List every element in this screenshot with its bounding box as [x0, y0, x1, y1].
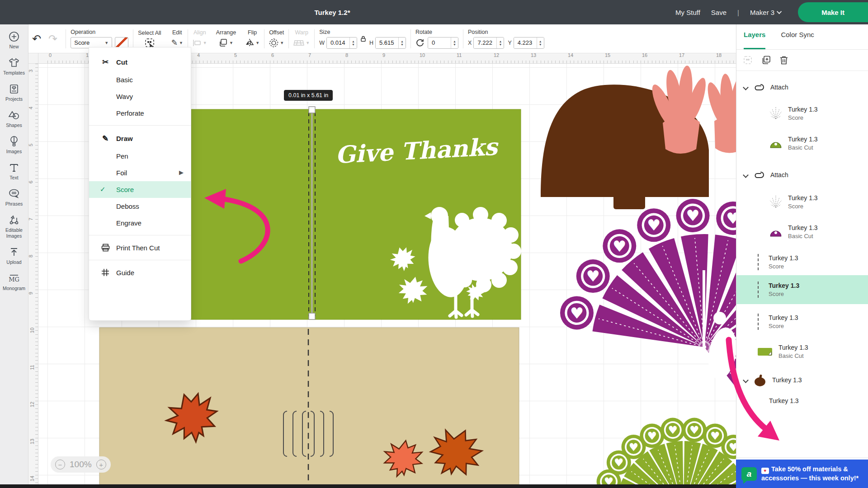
lock-icon[interactable]	[360, 35, 367, 42]
chevron-down-icon[interactable]	[743, 84, 749, 90]
menu-item-engrave[interactable]: Engrave	[89, 215, 191, 231]
menu-item-pen[interactable]: Pen	[89, 148, 191, 164]
arrange-button[interactable]: Arrange ▼	[216, 29, 236, 48]
ruler-number: 7	[28, 218, 33, 221]
zoom-in-button[interactable]: +	[96, 460, 106, 469]
edit-label: Edit	[172, 29, 182, 36]
svg-text:♥: ♥	[613, 237, 626, 255]
trash-icon[interactable]	[779, 55, 788, 65]
sidebar-item-phrases[interactable]: Phrases	[0, 188, 28, 206]
zoom-control[interactable]: − 100% +	[51, 456, 111, 473]
y-stepper[interactable]: ▲▼	[537, 38, 544, 48]
sidebar-item-projects[interactable]: Projects	[0, 83, 28, 102]
layer-group-attach[interactable]: Attach	[736, 166, 868, 184]
layer-title: Turkey 1.3	[788, 224, 818, 232]
menu-item-guide[interactable]: Guide	[89, 264, 191, 281]
arrange-label: Arrange	[216, 29, 236, 36]
layer-group-turkey[interactable]: Turkey 1.3	[736, 370, 868, 390]
tshirt-icon	[8, 57, 20, 69]
zoom-out-button[interactable]: −	[55, 460, 65, 469]
machine-selector[interactable]: Maker 3	[750, 9, 782, 16]
menu-item-cut[interactable]: ✂ Cut	[89, 53, 191, 71]
redo-button[interactable]: ↷	[48, 33, 57, 44]
layer-row[interactable]: Turkey 1.3Basic Cut	[736, 129, 868, 158]
align-button: Align ▼	[193, 29, 207, 48]
operation-value: Score	[74, 39, 90, 46]
sidebar-item-editable-images[interactable]: Editable Images	[0, 214, 28, 238]
promo-banner[interactable]: a ♥Take 50% off materials & accessories …	[736, 460, 868, 488]
layer-group-attach[interactable]: Attach	[736, 78, 868, 96]
align-icon	[193, 39, 202, 47]
svg-text:♥: ♥	[726, 209, 736, 227]
sidebar-item-text[interactable]: Text	[0, 162, 28, 180]
sidebar-label: Projects	[5, 96, 23, 102]
layer-title: Turkey 1.3	[769, 282, 799, 290]
menu-item-print-then-cut[interactable]: Print Then Cut	[89, 239, 191, 256]
sidebar-label: Upload	[6, 259, 21, 265]
svg-text:♥: ♥	[614, 456, 624, 469]
save-link[interactable]: Save	[711, 9, 726, 16]
width-input[interactable]	[327, 38, 349, 48]
layer-row[interactable]: Turkey 1.3Basic Cut	[736, 338, 868, 366]
sidebar-item-templates[interactable]: Templates	[0, 57, 28, 75]
menu-item-basic[interactable]: Basic	[89, 71, 191, 88]
layer-title: Turkey 1.3	[769, 254, 798, 263]
tan-card	[99, 328, 519, 484]
layer-row[interactable]: Turkey 1.3Score	[736, 248, 868, 276]
y-input[interactable]	[514, 38, 537, 48]
menu-item-foil[interactable]: Foil ▶	[89, 164, 191, 181]
sidebar-item-new[interactable]: New	[0, 31, 28, 49]
sidebar-item-shapes[interactable]: Shapes	[0, 109, 28, 128]
ruler-number: 10	[29, 328, 35, 333]
shapes-icon	[8, 109, 20, 121]
sidebar-item-upload[interactable]: Upload	[0, 246, 28, 265]
edit-button[interactable]: Edit ✎▼	[171, 29, 183, 48]
height-stepper[interactable]: ▲▼	[398, 38, 406, 48]
heart-icon: ♥	[761, 468, 769, 474]
x-input[interactable]	[474, 38, 496, 48]
attach-clip-icon	[753, 171, 765, 179]
printer-icon	[101, 244, 110, 252]
menu-item-score[interactable]: ✓ Score	[89, 181, 191, 198]
offset-button[interactable]: Offset ▼	[269, 29, 284, 48]
menu-item-perforate[interactable]: Perforate	[89, 105, 191, 122]
rotate-icon[interactable]	[415, 38, 425, 47]
sidebar-item-monogram[interactable]: MG Monogram	[0, 272, 28, 291]
speech-bubble-icon	[8, 188, 20, 200]
duplicate-icon[interactable]	[761, 55, 771, 65]
layer-row-selected[interactable]: Turkey 1.3Score	[736, 275, 868, 304]
submenu-arrow-icon: ▶	[179, 169, 184, 176]
rotate-stepper[interactable]: ▲▼	[451, 38, 458, 48]
chevron-down-icon[interactable]	[743, 172, 749, 178]
attach-clip-icon	[753, 83, 765, 91]
chevron-down-icon[interactable]	[743, 377, 749, 383]
layer-row[interactable]: Turkey 1.3Score	[736, 308, 868, 336]
menu-item-wavy[interactable]: Wavy	[89, 88, 191, 105]
menu-item-deboss[interactable]: Deboss	[89, 198, 191, 215]
chevron-down-icon	[777, 9, 782, 14]
flip-button[interactable]: Flip ▼	[245, 29, 259, 48]
layer-row[interactable]: Turkey 1.3Basic Cut	[736, 217, 868, 246]
layer-row[interactable]: Turkey 1.3Score	[736, 99, 868, 128]
select-all-button[interactable]: Select All	[138, 30, 161, 48]
undo-button[interactable]: ↶	[32, 33, 41, 44]
sidebar-item-images[interactable]: Images	[0, 136, 28, 154]
make-it-button[interactable]: Make It	[798, 2, 868, 22]
cricut-access-icon: a	[741, 467, 757, 481]
width-stepper[interactable]: ▲▼	[349, 38, 357, 48]
select-layers-icon[interactable]	[743, 55, 753, 65]
machine-name: Maker 3	[750, 9, 774, 16]
width-label: W	[319, 40, 325, 46]
menu-item-draw[interactable]: ✎ Draw	[89, 129, 191, 148]
layer-row[interactable]: Turkey 1.3Score	[736, 188, 868, 216]
ruler-number: 8	[28, 255, 33, 258]
tab-color-sync[interactable]: Color Sync	[781, 31, 814, 49]
tab-layers[interactable]: Layers	[744, 31, 765, 49]
layer-row-clipped[interactable]: Turkey 1.3	[736, 394, 868, 407]
score-fan-thumbnail	[769, 195, 783, 209]
x-stepper[interactable]: ▲▼	[496, 38, 504, 48]
arrange-icon	[219, 38, 228, 47]
height-input[interactable]	[376, 38, 398, 48]
my-stuff-link[interactable]: My Stuff	[675, 9, 700, 16]
rotate-input[interactable]	[428, 38, 451, 48]
